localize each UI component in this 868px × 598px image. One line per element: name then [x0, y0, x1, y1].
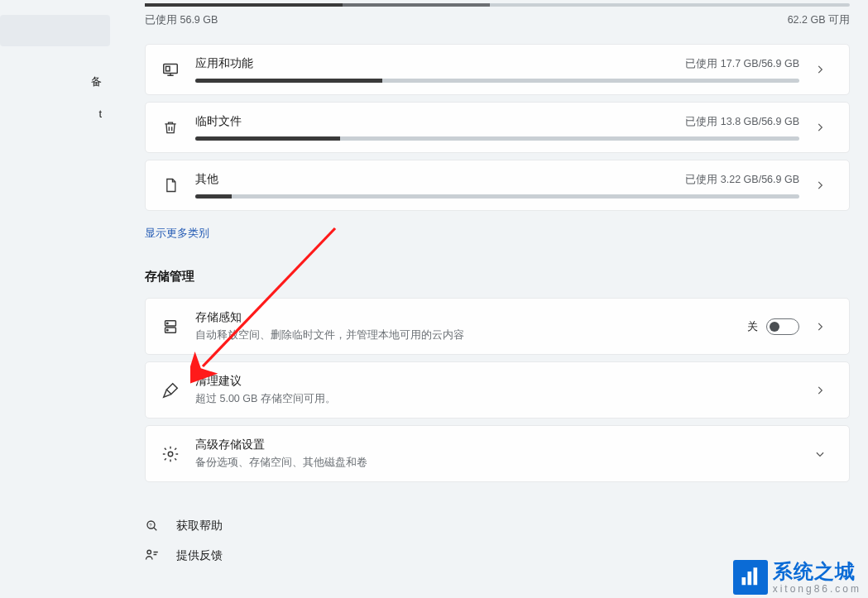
mgmt-row-gear[interactable]: 高级存储设置 备份选项、存储空间、其他磁盘和卷	[145, 425, 850, 482]
overall-used-label: 已使用 56.9 GB	[145, 13, 218, 27]
apps-icon	[161, 60, 180, 79]
get-help-label: 获取帮助	[176, 519, 223, 533]
overall-free-label: 62.2 GB 可用	[788, 13, 850, 27]
get-help-link[interactable]: ? 获取帮助	[145, 519, 843, 533]
help-icon: ?	[145, 519, 161, 533]
chevron-right-icon	[814, 179, 834, 191]
category-title: 临时文件	[195, 114, 242, 129]
category-title: 其他	[195, 172, 218, 187]
watermark: 系统之城 xitong86.com	[733, 560, 861, 595]
mgmt-subtitle: 自动释放空间、删除临时文件，并管理本地可用的云内容	[195, 328, 732, 342]
category-title: 应用和功能	[195, 56, 253, 71]
gear-icon	[161, 445, 180, 463]
overall-bar-temp	[343, 3, 491, 7]
give-feedback-label: 提供反馈	[176, 548, 223, 563]
category-progress-bar	[195, 136, 799, 141]
storage-sense-toggle[interactable]	[766, 318, 799, 335]
sidebar-label-2: t	[98, 108, 102, 120]
category-usage: 已使用 3.22 GB/56.9 GB	[685, 173, 799, 187]
chevron-down-icon	[814, 448, 834, 460]
broom-icon	[161, 381, 180, 399]
mgmt-title: 清理建议	[195, 374, 799, 389]
storage-category-doc[interactable]: 其他 已使用 3.22 GB/56.9 GB	[145, 160, 850, 211]
mgmt-subtitle: 备份选项、存储空间、其他磁盘和卷	[195, 456, 799, 470]
mgmt-row-db[interactable]: 存储感知 自动释放空间、删除临时文件，并管理本地可用的云内容 关	[145, 298, 850, 355]
storage-management-header: 存储管理	[145, 269, 843, 285]
category-progress-bar	[195, 79, 799, 83]
watermark-url: xitong86.com	[773, 584, 861, 594]
chevron-right-icon	[814, 122, 834, 133]
svg-rect-1	[166, 66, 170, 71]
svg-text:?: ?	[149, 523, 152, 528]
storage-category-trash[interactable]: 临时文件 已使用 13.8 GB/56.9 GB	[145, 102, 850, 153]
svg-point-9	[147, 550, 151, 554]
category-usage: 已使用 17.7 GB/56.9 GB	[685, 57, 799, 71]
sidebar-active-item[interactable]	[0, 15, 110, 46]
overall-storage-bar	[145, 3, 850, 7]
chevron-right-icon	[814, 64, 834, 75]
mgmt-title: 存储感知	[195, 310, 732, 325]
svg-point-5	[167, 329, 168, 330]
category-progress-bar	[195, 194, 799, 199]
feedback-icon	[145, 548, 161, 563]
chevron-right-icon	[814, 385, 834, 396]
doc-icon	[161, 177, 180, 194]
svg-point-4	[167, 323, 168, 323]
mgmt-title: 高级存储设置	[195, 438, 799, 452]
sidebar-label-1: 备	[91, 74, 102, 89]
category-usage: 已使用 13.8 GB/56.9 GB	[685, 115, 799, 129]
mgmt-row-broom[interactable]: 清理建议 超过 5.00 GB 存储空间可用。	[145, 361, 850, 419]
db-icon	[161, 318, 180, 336]
chevron-right-icon	[814, 321, 834, 332]
overall-bar-apps	[145, 3, 343, 7]
mgmt-subtitle: 超过 5.00 GB 存储空间可用。	[195, 392, 799, 406]
trash-icon	[161, 119, 180, 136]
show-more-categories-link[interactable]: 显示更多类别	[145, 226, 843, 241]
storage-category-apps[interactable]: 应用和功能 已使用 17.7 GB/56.9 GB	[145, 44, 850, 95]
svg-point-6	[168, 452, 173, 457]
toggle-state-label: 关	[747, 319, 758, 334]
watermark-title: 系统之城	[773, 562, 861, 581]
watermark-logo-icon	[733, 560, 768, 595]
